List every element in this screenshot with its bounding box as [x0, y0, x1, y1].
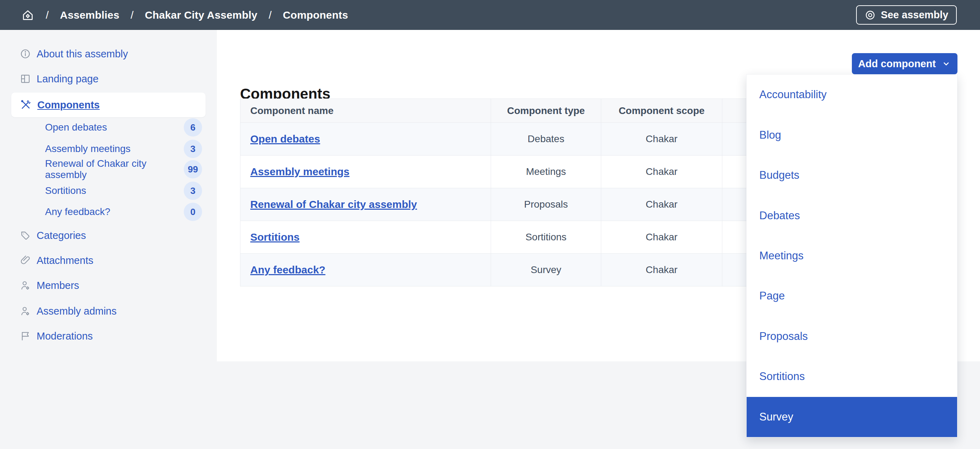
component-scope: Chakar	[601, 221, 722, 254]
sidebar-item-label: Landing page	[37, 73, 99, 85]
sidebar-subitem-renewal[interactable]: Renewal of Chakar city assembly 99	[0, 160, 217, 178]
add-component-label: Add component	[858, 58, 936, 70]
sidebar-subitem-label: Sortitions	[45, 185, 86, 196]
breadcrumb-assemblies[interactable]: Assemblies	[60, 9, 119, 21]
breadcrumb-components[interactable]: Components	[283, 9, 348, 21]
dropdown-item-sortitions[interactable]: Sortitions	[747, 357, 957, 397]
component-name-link[interactable]: Open debates	[250, 133, 320, 145]
info-icon	[20, 48, 37, 59]
sidebar-item-label: Moderations	[37, 330, 93, 342]
dropdown-item-meetings[interactable]: Meetings	[747, 236, 957, 276]
count-badge: 3	[184, 182, 202, 200]
component-scope: Chakar	[601, 188, 722, 221]
sidebar-item-label: Members	[37, 280, 79, 291]
breadcrumb-separator: /	[269, 9, 271, 21]
sidebar-item-categories[interactable]: Categories	[0, 226, 217, 244]
tag-icon	[20, 230, 37, 241]
component-name-link[interactable]: Renewal of Chakar city assembly	[250, 198, 417, 210]
component-type: Proposals	[491, 188, 601, 221]
dropdown-item-debates[interactable]: Debates	[747, 195, 957, 235]
sidebar-item-label: Categories	[37, 230, 86, 241]
breadcrumb-assembly-name[interactable]: Chakar City Assembly	[145, 9, 257, 21]
sidebar-item-moderations[interactable]: Moderations	[0, 327, 217, 345]
sidebar-subitem-sortitions[interactable]: Sortitions 3	[0, 182, 217, 200]
flag-icon	[20, 330, 37, 342]
component-type: Sortitions	[491, 221, 601, 254]
sidebar-item-assembly-admins[interactable]: Assembly admins	[0, 302, 217, 320]
column-header-component-scope: Component scope	[601, 99, 722, 123]
tools-icon	[20, 99, 37, 111]
count-badge: 6	[184, 118, 202, 136]
sidebar-subitem-label: Open debates	[45, 122, 107, 133]
dropdown-item-page[interactable]: Page	[747, 276, 957, 316]
sidebar-item-label: Assembly admins	[37, 305, 116, 317]
sidebar-item-about[interactable]: About this assembly	[0, 45, 217, 63]
component-name-link[interactable]: Sortitions	[250, 231, 299, 243]
chevron-down-icon	[941, 59, 951, 68]
breadcrumb-separator: /	[130, 9, 134, 21]
component-scope: Chakar	[601, 123, 722, 155]
eye-icon	[865, 10, 876, 21]
count-badge: 0	[184, 203, 202, 221]
home-breadcrumb-link[interactable]	[21, 8, 35, 22]
see-assembly-button[interactable]: See assembly	[856, 5, 957, 25]
breadcrumb-separator: /	[46, 9, 49, 21]
sidebar-item-components[interactable]: Components	[11, 92, 205, 117]
component-scope: Chakar	[601, 155, 722, 188]
sidebar-subitem-open-debates[interactable]: Open debates 6	[0, 118, 217, 136]
dropdown-item-proposals[interactable]: Proposals	[747, 316, 957, 357]
sidebar-item-landing-page[interactable]: Landing page	[0, 70, 217, 88]
add-component-button[interactable]: Add component	[852, 53, 958, 74]
home-icon	[21, 8, 35, 22]
component-name-link[interactable]: Assembly meetings	[250, 166, 350, 178]
user-gear-icon	[20, 280, 37, 291]
count-badge: 99	[184, 160, 202, 178]
component-scope: Chakar	[601, 254, 722, 286]
dropdown-item-accountability[interactable]: Accountability	[747, 75, 957, 115]
add-component-dropdown: Accountability Blog Budgets Debates Meet…	[746, 74, 958, 437]
user-gear-icon	[20, 305, 37, 317]
sidebar: About this assembly Landing page Compone…	[0, 30, 217, 449]
sidebar-subitem-any-feedback[interactable]: Any feedback? 0	[0, 203, 217, 221]
sidebar-item-label: Components	[37, 99, 100, 111]
topbar: / Assemblies / Chakar City Assembly / Co…	[0, 0, 980, 30]
sidebar-item-label: About this assembly	[37, 48, 128, 60]
component-name-link[interactable]: Any feedback?	[250, 264, 325, 276]
sidebar-subitem-label: Assembly meetings	[45, 143, 130, 154]
layout-icon	[20, 73, 37, 84]
paperclip-icon	[20, 255, 37, 266]
sidebar-subitem-assembly-meetings[interactable]: Assembly meetings 3	[0, 140, 217, 158]
sidebar-item-label: Attachments	[37, 255, 93, 267]
sidebar-subitem-label: Any feedback?	[45, 206, 110, 217]
dropdown-item-budgets[interactable]: Budgets	[747, 155, 957, 195]
dropdown-item-blog[interactable]: Blog	[747, 115, 957, 155]
count-badge: 3	[184, 140, 202, 158]
column-header-component-type: Component type	[491, 99, 601, 123]
sidebar-subitem-label: Renewal of Chakar city assembly	[45, 158, 184, 181]
sidebar-item-members[interactable]: Members	[0, 276, 217, 295]
column-header-component-name: Component name	[240, 99, 491, 123]
component-type: Debates	[491, 123, 601, 155]
component-type: Survey	[491, 254, 601, 286]
component-type: Meetings	[491, 155, 601, 188]
see-assembly-label: See assembly	[881, 9, 948, 21]
sidebar-item-attachments[interactable]: Attachments	[0, 251, 217, 270]
dropdown-item-survey[interactable]: Survey	[747, 397, 957, 437]
